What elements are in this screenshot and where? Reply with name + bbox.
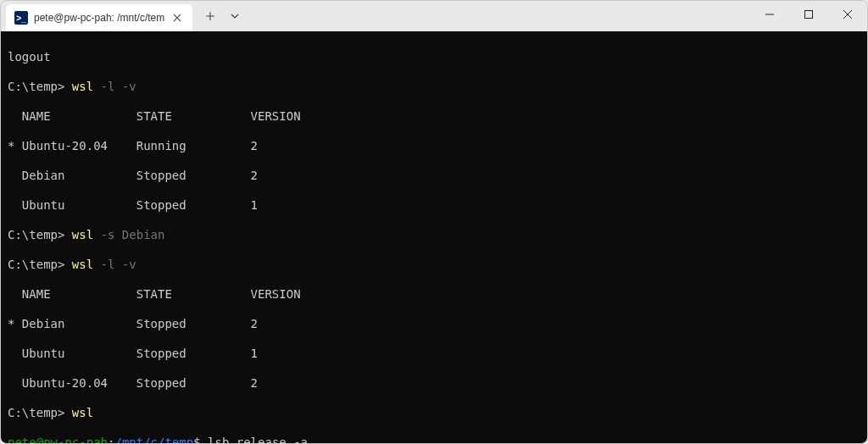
- terminal-viewport[interactable]: logout C:\temp> wsl -l -v NAME STATE VER…: [1, 31, 867, 443]
- powershell-icon: >_: [14, 11, 28, 25]
- output-line: * Debian Stopped 2: [8, 317, 860, 332]
- tab-strip: >_ pete@pw-pc-pah: /mnt/c/tem: [1, 1, 192, 31]
- output-line: * Ubuntu-20.04 Running 2: [8, 139, 860, 154]
- tab-close-button[interactable]: [170, 11, 184, 25]
- output-line: NAME STATE VERSION: [8, 109, 860, 125]
- new-tab-group: [192, 1, 248, 31]
- prompt-line: pete@pw-pc-pah:/mnt/c/temp$ lsb_release …: [8, 436, 860, 444]
- maximize-icon: [804, 10, 813, 19]
- tab-title: pete@pw-pc-pah: /mnt/c/tem: [34, 12, 164, 24]
- prompt-line: C:\temp> wsl -s Debian: [8, 228, 860, 243]
- plus-icon: [205, 11, 215, 21]
- output-line: Ubuntu Stopped 1: [8, 198, 860, 214]
- window-close-button[interactable]: [828, 1, 867, 28]
- output-line: NAME STATE VERSION: [8, 287, 860, 302]
- window-controls: [750, 1, 867, 31]
- tab-active[interactable]: >_ pete@pw-pc-pah: /mnt/c/tem: [6, 4, 192, 31]
- close-icon: [843, 10, 852, 19]
- new-tab-dropdown[interactable]: [225, 3, 245, 29]
- titlebar: >_ pete@pw-pc-pah: /mnt/c/tem: [1, 1, 867, 31]
- prompt-line: C:\temp> wsl: [8, 406, 860, 421]
- minimize-icon: [765, 10, 774, 19]
- minimize-button[interactable]: [750, 1, 789, 28]
- maximize-button[interactable]: [789, 1, 828, 28]
- prompt-line: C:\temp> wsl -l -v: [8, 258, 860, 273]
- close-icon: [173, 14, 181, 22]
- chevron-down-icon: [231, 12, 239, 20]
- output-line: logout: [8, 50, 860, 65]
- output-line: Ubuntu Stopped 1: [8, 347, 860, 362]
- new-tab-button[interactable]: [196, 3, 225, 29]
- svg-rect-0: [805, 11, 813, 19]
- output-line: Ubuntu-20.04 Stopped 2: [8, 376, 860, 391]
- prompt-line: C:\temp> wsl -l -v: [8, 80, 860, 95]
- titlebar-drag-area[interactable]: [248, 1, 750, 31]
- output-line: Debian Stopped 2: [8, 169, 860, 184]
